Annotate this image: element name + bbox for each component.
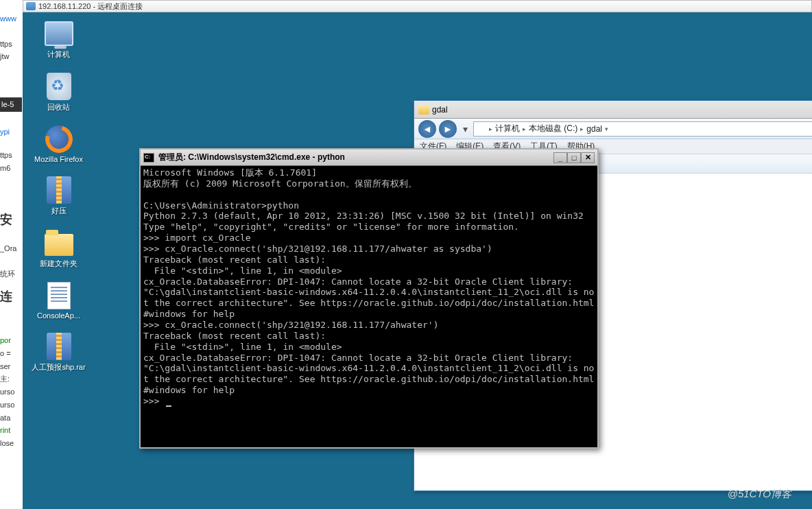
window-controls: _ □ ✕ <box>553 152 595 163</box>
cmd-text: Microsoft Windows [版本 6.1.7601] 版权所有 (c)… <box>143 167 595 407</box>
explorer-navbar: ◄ ► ▾ ▸ 计算机 ▸ 本地磁盘 (C:) ▸ gdal ▾ <box>414 119 812 139</box>
desktop-icon-firefox[interactable]: Mozilla Firefox <box>29 125 88 163</box>
maximize-button[interactable]: □ <box>567 152 581 163</box>
cmd-window[interactable]: 管理员: C:\Windows\system32\cmd.exe - pytho… <box>139 148 599 449</box>
desktop-icon-newfolder[interactable]: 新建文件夹 <box>29 228 88 269</box>
computer-icon <box>45 21 73 46</box>
cmd-output[interactable]: Microsoft Windows [版本 6.1.7601] 版权所有 (c)… <box>141 166 597 447</box>
close-button[interactable]: ✕ <box>581 152 595 163</box>
desktop-icon-haozip[interactable]: 好压 <box>29 176 88 216</box>
rdp-title-text: 192.168.11.220 - 远程桌面连接 <box>38 1 143 12</box>
folder-icon <box>477 125 486 133</box>
folder-icon <box>45 234 73 256</box>
desktop-icon-recycle[interactable]: 回收站 <box>29 72 88 113</box>
desktop-icon-consoleap[interactable]: ConsoleAp... <box>29 281 88 320</box>
address-bar[interactable]: ▸ 计算机 ▸ 本地磁盘 (C:) ▸ gdal ▾ <box>473 121 812 137</box>
desktop-icon-rgyp[interactable]: 人工预报shp.rar <box>29 332 88 372</box>
minimize-button[interactable]: _ <box>553 152 567 163</box>
text-file-icon <box>47 282 71 309</box>
host-left-strip: www ttps jtw le-5 ypi ttps m6 安 _Ora 统环 … <box>0 12 22 509</box>
remote-desktop[interactable]: 计算机 回收站 Mozilla Firefox 好压 新建文件夹 Console… <box>23 12 812 509</box>
firefox-icon <box>45 126 73 153</box>
rdp-titlebar[interactable]: 192.168.11.220 - 远程桌面连接 <box>23 0 812 12</box>
forward-button[interactable]: ► <box>439 120 457 138</box>
archive-icon <box>47 333 71 360</box>
cmd-icon <box>143 153 154 163</box>
history-dropdown[interactable]: ▾ <box>459 120 470 138</box>
explorer-title-text: gdal <box>432 105 448 115</box>
rdp-icon <box>26 2 36 10</box>
desktop-icons: 计算机 回收站 Mozilla Firefox 好压 新建文件夹 Console… <box>29 19 88 385</box>
back-button[interactable]: ◄ <box>418 120 436 138</box>
folder-icon <box>418 105 429 115</box>
cmd-titlebar[interactable]: 管理员: C:\Windows\system32\cmd.exe - pytho… <box>141 150 597 166</box>
cmd-title-text: 管理员: C:\Windows\system32\cmd.exe - pytho… <box>158 152 345 163</box>
watermark: @51CTO博客 <box>728 488 791 501</box>
archive-icon <box>47 176 71 204</box>
rdp-window: 192.168.11.220 - 远程桌面连接 计算机 回收站 Mozilla … <box>23 0 812 509</box>
desktop-icon-computer[interactable]: 计算机 <box>29 19 88 60</box>
explorer-titlebar[interactable]: gdal <box>414 101 812 119</box>
recycle-icon <box>47 73 71 100</box>
